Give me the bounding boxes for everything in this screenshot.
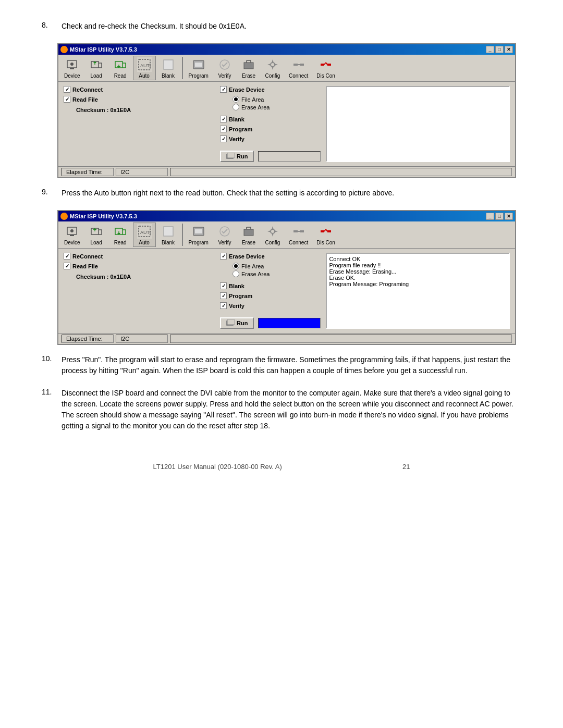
close-button-2[interactable]: ✕ [505, 213, 513, 220]
maximize-button[interactable]: □ [495, 46, 504, 53]
run-label-2: Run [237, 320, 248, 326]
toolbar2-program-label: Program [189, 240, 209, 245]
toolbar-auto-btn[interactable]: AUTO Auto [133, 56, 156, 80]
verify-checkbox-2[interactable]: ✓ [220, 302, 227, 309]
toolbar2-device-label: Device [64, 240, 80, 245]
blank-checkbox-2[interactable]: ✓ [220, 282, 227, 289]
toolbar-config-label: Config [265, 73, 280, 79]
load-icon [89, 57, 104, 72]
reconnect-row: ✓ ReConnect [64, 86, 215, 93]
read-icon [113, 57, 128, 72]
toolbar-program-btn[interactable]: Program [185, 56, 212, 80]
i2c-label-1: I2C [116, 168, 168, 176]
step-8-text: Check and re-check the Checksum. It shou… [62, 21, 247, 32]
reconnect-checkbox-2[interactable]: ✓ [64, 253, 70, 260]
toolbar-device-btn[interactable]: Device [60, 56, 84, 80]
blank-check-row-2: ✓ Blank [220, 282, 321, 290]
dialog-2-text-area: Connect OK Program file ready !! Erase M… [326, 253, 510, 329]
read-file-row-2: ✓ Read File [64, 263, 215, 269]
maximize-button-2[interactable]: □ [495, 213, 504, 220]
toolbar2-device-btn[interactable]: Device [60, 223, 84, 247]
elapsed-time-label-1: Elapsed Time: [62, 168, 114, 176]
toolbar2-blank-label: Blank [162, 240, 175, 245]
step-9-number: 9. [42, 188, 57, 196]
toolbar-program-label: Program [189, 73, 209, 79]
program-icon [191, 57, 206, 72]
erase-area-row: Erase Area [232, 104, 321, 110]
verify-check-row: ✓ Verify [220, 135, 321, 142]
erase-area-radio-2[interactable] [232, 270, 239, 277]
svg-rect-38 [195, 229, 202, 233]
toolbar2-verify-btn[interactable]: Verify [213, 223, 236, 247]
toolbar-load-btn[interactable]: Load [85, 56, 108, 80]
connect-icon-2 [291, 224, 306, 239]
toolbar-read-btn[interactable]: Read [109, 56, 132, 80]
read-file-label: Read File [72, 96, 98, 103]
step-11: 11. Disconnect the ISP board and connect… [42, 388, 521, 431]
step-10: 10. Press "Run". The program will start … [42, 354, 521, 376]
toolbar2-load-label: Load [90, 240, 102, 245]
verify-label-2: Verify [229, 303, 244, 309]
dialog-1-titlebar: MStar ISP Utility V3.7.5.3 _ □ ✕ [58, 44, 515, 55]
toolbar-discon-label: Dis Con [316, 73, 335, 79]
load-icon-2 [89, 224, 104, 239]
erase-device-checkbox[interactable]: ✓ [220, 86, 227, 93]
close-button[interactable]: ✕ [505, 46, 513, 53]
toolbar-device-label: Device [64, 73, 80, 79]
read-file-checkbox-2[interactable]: ✓ [64, 263, 70, 269]
toolbar-connect-label: Connect [289, 73, 308, 79]
toolbar-discon-btn[interactable]: Dis Con [313, 56, 339, 80]
minimize-button[interactable]: _ [486, 46, 494, 53]
read-file-checkbox[interactable]: ✓ [64, 96, 70, 103]
toolbar2-blank-btn[interactable]: Blank [157, 223, 180, 247]
toolbar2-read-btn[interactable]: Read [109, 223, 132, 247]
titlebar-controls: _ □ ✕ [486, 46, 513, 53]
page-content: 8. Check and re-check the Checksum. It s… [42, 21, 521, 471]
svg-rect-49 [327, 230, 331, 232]
checksum-label-2: Checksum : 0x1E0A [76, 274, 215, 280]
toolbar2-read-label: Read [114, 240, 127, 245]
file-area-radio[interactable] [232, 96, 239, 103]
toolbar-blank-btn[interactable]: Blank [157, 56, 180, 80]
program-checkbox[interactable]: ✓ [220, 126, 227, 132]
read-icon-2 [113, 224, 128, 239]
run-button-2[interactable]: Run [220, 317, 254, 329]
toolbar2-program-btn[interactable]: Program [185, 223, 212, 247]
auto-icon: AUTO [137, 57, 152, 72]
run-button-1[interactable]: Run [220, 151, 254, 162]
titlebar-left: MStar ISP Utility V3.7.5.3 [60, 46, 137, 53]
svg-rect-46 [300, 230, 304, 232]
toolbar2-auto-btn[interactable]: AUTO Auto [133, 223, 156, 247]
program-checkbox-2[interactable]: ✓ [220, 292, 227, 299]
toolbar-verify-btn[interactable]: Verify [213, 56, 236, 80]
svg-point-28 [70, 229, 74, 232]
file-area-label-2: File Area [241, 263, 264, 269]
toolbar-erase-btn[interactable]: Erase [237, 56, 260, 80]
svg-text:AUTO: AUTO [140, 63, 151, 68]
toolbar2-erase-btn[interactable]: Erase [237, 223, 260, 247]
file-area-radio-2[interactable] [232, 263, 239, 269]
verify-checkbox[interactable]: ✓ [220, 135, 227, 142]
svg-point-44 [271, 229, 275, 233]
erase-area-radio[interactable] [232, 104, 239, 110]
toolbar-config-btn[interactable]: Config [261, 56, 284, 80]
program-check-row: ✓ Program [220, 126, 321, 132]
blank-checkbox[interactable]: ✓ [220, 116, 227, 122]
erase-device-checkbox-2[interactable]: ✓ [220, 253, 227, 260]
program-check-row-2: ✓ Program [220, 292, 321, 299]
toolbar2-discon-btn[interactable]: Dis Con [313, 223, 339, 247]
toolbar2-erase-label: Erase [242, 240, 255, 245]
blank-icon [161, 57, 176, 72]
svg-rect-40 [244, 229, 253, 236]
minimize-button-2[interactable]: _ [486, 213, 494, 220]
radio-group: File Area Erase Area [232, 96, 321, 110]
dialog-2-left: ✓ ReConnect ✓ Read File Checksum : 0x1E0… [64, 253, 215, 329]
svg-rect-45 [293, 230, 298, 232]
reconnect-checkbox[interactable]: ✓ [64, 86, 70, 93]
toolbar-connect-btn[interactable]: Connect [285, 56, 312, 80]
device-icon [65, 57, 79, 72]
toolbar2-load-btn[interactable]: Load [85, 223, 108, 247]
toolbar2-connect-btn[interactable]: Connect [285, 223, 312, 247]
program-icon-2 [191, 224, 206, 239]
toolbar2-config-btn[interactable]: Config [261, 223, 284, 247]
